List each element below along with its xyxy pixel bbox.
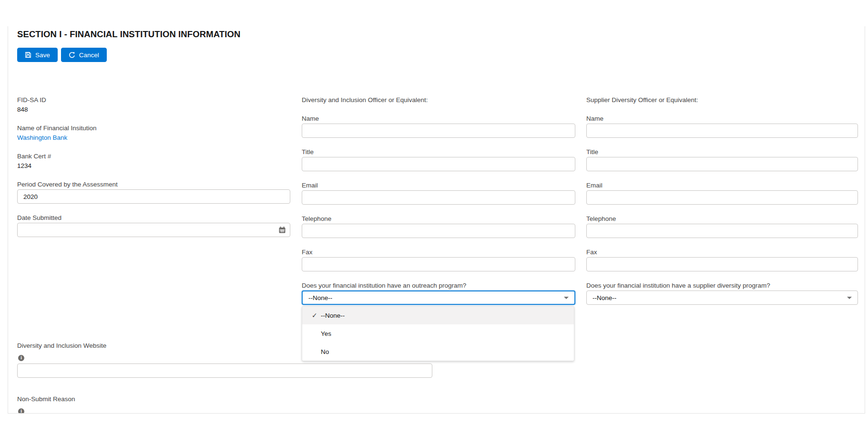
- supplier-program-field: Does your financial institution have a s…: [586, 282, 858, 305]
- di-name-label: Name: [302, 115, 575, 123]
- di-fax-field: Fax: [302, 249, 575, 271]
- cancel-button[interactable]: Cancel: [61, 48, 107, 62]
- di-name-field: Name: [302, 115, 575, 138]
- sd-name-label: Name: [586, 115, 858, 123]
- bank-cert-label: Bank Cert #: [17, 153, 290, 160]
- dropdown-panel: ✓ --None-- ✓ Yes ✓ No: [302, 306, 574, 361]
- dropdown-option-no[interactable]: ✓ No: [302, 343, 574, 361]
- save-button-label: Save: [35, 52, 50, 59]
- di-title-label: Title: [302, 148, 575, 156]
- non-submit-reason-field: Non-Submit Reason i: [17, 395, 208, 414]
- institution-name-group: Name of Financial Insitution Washington …: [17, 125, 290, 142]
- sd-fax-input[interactable]: [586, 257, 858, 271]
- diversity-officer-heading: Diversity and Inclusion Officer or Equiv…: [302, 96, 575, 104]
- non-submit-reason-label: Non-Submit Reason: [17, 395, 208, 403]
- institution-name-label: Name of Financial Insitution: [17, 125, 290, 132]
- date-submitted-input[interactable]: [17, 223, 290, 237]
- date-submitted-field: Date Submitted: [17, 214, 290, 237]
- save-icon: [25, 52, 31, 58]
- dropdown-option-no-label: No: [321, 348, 329, 355]
- page-title: SECTION I - FINANCIAL INSTITUTION INFORM…: [17, 29, 240, 40]
- di-telephone-input[interactable]: [302, 224, 575, 238]
- di-email-label: Email: [302, 182, 575, 189]
- period-covered-label: Period Covered by the Assessment: [17, 181, 290, 188]
- outreach-program-label: Does your financial institution have an …: [302, 282, 575, 290]
- dropdown-option-none[interactable]: ✓ --None--: [302, 306, 574, 324]
- dropdown-option-yes[interactable]: ✓ Yes: [302, 324, 574, 343]
- sd-telephone-input[interactable]: [586, 224, 858, 238]
- info-icon[interactable]: i: [18, 408, 24, 414]
- di-telephone-field: Telephone: [302, 215, 575, 238]
- outreach-program-value: --None--: [308, 294, 332, 301]
- fid-sa-id-group: FID-SA ID 848: [17, 96, 290, 114]
- outreach-program-combobox[interactable]: --None--: [302, 291, 575, 305]
- fid-sa-id-label: FID-SA ID: [17, 96, 290, 104]
- calendar-icon[interactable]: [278, 226, 286, 234]
- fid-sa-id-value: 848: [17, 106, 290, 114]
- sd-email-label: Email: [586, 182, 858, 189]
- sd-name-input[interactable]: [586, 124, 858, 138]
- save-button[interactable]: Save: [17, 48, 58, 62]
- check-icon: ✓: [312, 312, 321, 319]
- sd-title-field: Title: [586, 148, 858, 171]
- info-icon[interactable]: i: [18, 355, 24, 361]
- di-telephone-label: Telephone: [302, 215, 575, 223]
- bank-cert-group: Bank Cert # 1234: [17, 153, 290, 170]
- di-title-field: Title: [302, 148, 575, 171]
- sd-title-input[interactable]: [586, 157, 858, 171]
- left-column: FID-SA ID 848 Name of Financial Insituti…: [17, 96, 290, 248]
- diversity-officer-column: Diversity and Inclusion Officer or Equiv…: [302, 96, 575, 305]
- di-email-input[interactable]: [302, 190, 575, 205]
- supplier-program-combobox[interactable]: --None--: [586, 291, 858, 305]
- date-submitted-label: Date Submitted: [17, 214, 290, 222]
- dropdown-option-none-label: --None--: [321, 312, 345, 319]
- cancel-button-label: Cancel: [79, 52, 99, 59]
- di-title-input[interactable]: [302, 157, 575, 171]
- di-fax-input[interactable]: [302, 257, 575, 271]
- sd-name-field: Name: [586, 115, 858, 138]
- redo-arrow-icon: [69, 52, 75, 58]
- sd-telephone-field: Telephone: [586, 215, 858, 238]
- sd-fax-field: Fax: [586, 249, 858, 271]
- sd-telephone-label: Telephone: [586, 215, 858, 223]
- chevron-down-icon: [564, 297, 569, 299]
- outreach-program-field: Does your financial institution have an …: [302, 282, 575, 305]
- di-email-field: Email: [302, 182, 575, 205]
- sd-email-field: Email: [586, 182, 858, 205]
- supplier-program-label: Does your financial institution have a s…: [586, 282, 858, 290]
- toolbar: Save Cancel: [17, 48, 107, 62]
- period-covered-input[interactable]: [17, 189, 290, 204]
- supplier-officer-column: Supplier Diversity Officer or Equivalent…: [586, 96, 858, 305]
- di-name-input[interactable]: [302, 124, 575, 138]
- di-fax-label: Fax: [302, 249, 575, 256]
- website-input[interactable]: [17, 363, 432, 378]
- supplier-officer-heading: Supplier Diversity Officer or Equivalent…: [586, 96, 858, 104]
- bank-cert-value: 1234: [17, 162, 290, 170]
- sd-email-input[interactable]: [586, 190, 858, 205]
- page-card: SECTION I - FINANCIAL INSTITUTION INFORM…: [8, 26, 865, 414]
- period-covered-field: Period Covered by the Assessment: [17, 181, 290, 204]
- sd-fax-label: Fax: [586, 249, 858, 256]
- dropdown-option-yes-label: Yes: [321, 330, 331, 337]
- supplier-program-value: --None--: [592, 294, 616, 301]
- sd-title-label: Title: [586, 148, 858, 156]
- chevron-down-icon: [847, 297, 852, 299]
- institution-name-link[interactable]: Washington Bank: [17, 134, 290, 142]
